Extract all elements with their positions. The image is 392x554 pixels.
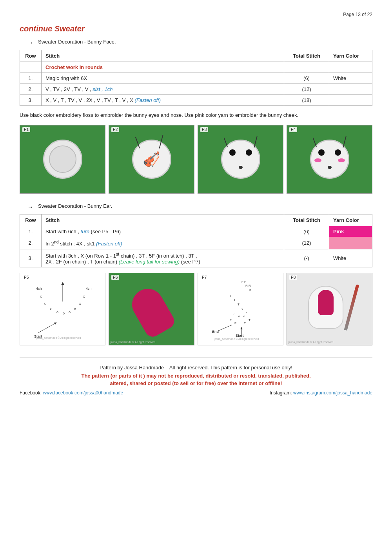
svg-text:End: End [212, 330, 219, 334]
facebook-link[interactable]: www.facebook.com/jossa00handmade [43, 390, 123, 396]
watermark-p8: jossa_handmade © All right reserved [289, 341, 334, 343]
eye-left-p4 [318, 149, 325, 156]
watermark-p6: jossa_handmade © All right reserved [111, 341, 156, 343]
th-stitch-2: Stitch [42, 214, 284, 226]
td-total-1: (6) [284, 73, 329, 84]
photos-row-face: P1 P2 🎻 P3 P4 [20, 125, 372, 194]
section2-arrow-label: Sweater Decoration - Bunny Ear. [38, 203, 112, 209]
photo-label-p8: P8 [289, 275, 297, 280]
svg-text:x: x [79, 302, 81, 305]
svg-text:x: x [50, 307, 52, 311]
eye-right-p4 [335, 149, 341, 156]
td-color-special [329, 62, 372, 73]
bunny-face-p3 [221, 140, 260, 179]
photo-label-p2: P2 [111, 127, 119, 132]
thread-p4 [312, 138, 316, 147]
turn-text: turn [81, 229, 89, 234]
th-color-1: Yarn Color [329, 50, 372, 62]
footer-line1: Pattern by Jossa Handmade – All right re… [20, 365, 372, 371]
svg-text:F: F [234, 322, 236, 325]
td-ear-total-1: (6) [284, 226, 329, 237]
photo-p5: P5 4ch x x x o o o x x x 4ch Start [20, 273, 105, 345]
footer-links: Facebook: www.facebook.com/jossa00handma… [20, 390, 372, 396]
svg-text:o: o [56, 310, 58, 314]
crochet-hook [344, 284, 359, 331]
page-title: continue Sweater [20, 24, 372, 33]
thread-p4-2 [343, 136, 347, 148]
td-ear-row-1: 1. [20, 226, 42, 237]
th-stitch-1: Stitch [42, 50, 284, 62]
svg-text:F F: F F [241, 280, 246, 283]
svg-text:x: x [83, 294, 85, 298]
svg-text:o: o [69, 310, 71, 314]
th-row-2: Row [20, 214, 42, 226]
table-row: 1. Start with 6ch , turn (see P5 - P6) (… [20, 226, 372, 237]
svg-text:R R: R R [245, 284, 251, 287]
svg-line-34 [218, 325, 232, 331]
table-row: 1. Magic ring with 6X (6) White [20, 73, 372, 84]
thread-p3 [223, 138, 227, 147]
td-color-1: White [329, 73, 372, 84]
photo-label-p4: P4 [289, 127, 297, 132]
italic-text: slst , 1ch [93, 86, 113, 92]
sup-st: st [116, 252, 119, 256]
photo-label-p7: P7 [200, 275, 208, 280]
instagram-link[interactable]: www.instagram.com/jossa_handmade [293, 390, 372, 396]
svg-text:T: T [230, 294, 232, 298]
td-row-3: 3. [20, 95, 42, 106]
thread-line [135, 137, 140, 149]
table-row: 3. Start with 3ch , X (on Row 1 - 1st ch… [20, 249, 372, 267]
section1-arrow-label: Sweater Decoration - Bunny Face. [38, 39, 116, 45]
pink-ear-shape [126, 283, 177, 340]
photo-label-p1: P1 [22, 127, 30, 132]
table-face: Row Stitch Total Stitch Yarn Color Croch… [20, 50, 372, 106]
svg-text:jossa_handmade © All right res: jossa_handmade © All right reserved [214, 338, 259, 341]
table-row: 3. X , V , T , TV , V , 2X , V , TV , T … [20, 95, 372, 106]
svg-text:4ch: 4ch [36, 287, 42, 291]
th-row-1: Row [20, 50, 42, 62]
svg-text:T: T [234, 298, 236, 302]
diagram-svg-p5: 4ch x x x o o o x x x 4ch Start [32, 278, 93, 341]
svg-line-11 [38, 323, 56, 333]
instagram-text: Instagram: [270, 390, 292, 396]
photo-label-p3: P3 [200, 127, 208, 132]
svg-text:T: T [249, 318, 250, 322]
svg-text:jossa_handmade © All right res: jossa_handmade © All right reserved [36, 336, 81, 340]
td-ear-color-3: White [329, 249, 372, 267]
td-row-2: 2. [20, 84, 42, 95]
svg-text:x: x [241, 307, 243, 311]
th-total-1: Total Stitch [284, 50, 329, 62]
footer-line2: The pattern (or parts of it ) may not be… [20, 373, 372, 379]
photos-row-ear: P5 4ch x x x o o o x x x 4ch Start [20, 273, 372, 345]
diagram-p7: F F R R F T T T x x o o o F F T T T Star… [201, 279, 280, 340]
inner-circle-p1 [49, 145, 76, 173]
photo-p7: P7 F F R R F T T T x x o o o F F T T T S… [198, 273, 283, 345]
svg-text:x: x [245, 311, 247, 314]
bunny-face-p2: 🎻 [132, 140, 171, 179]
arrow-icon: → [27, 39, 33, 46]
td-ear-row-2: 2. [20, 237, 42, 249]
td-color-3 [329, 95, 372, 106]
arrow-icon-2: → [27, 203, 33, 210]
svg-text:o: o [243, 314, 245, 318]
svg-marker-14 [61, 282, 64, 285]
table-row: 2. V , TV , 2V , TV , V , slst , 1ch (12… [20, 84, 372, 95]
svg-text:o: o [238, 314, 240, 318]
svg-text:T: T [239, 323, 241, 327]
photo-label-p6: P6 [111, 275, 119, 280]
td-ear-color-1: Pink [329, 226, 372, 237]
cheek-left [314, 158, 321, 162]
th-color-2: Yarn Color [329, 214, 372, 226]
footer: Pattern by Jossa Handmade – All right re… [20, 357, 372, 396]
diagram-p5: 4ch x x x o o o x x x 4ch Start [24, 279, 102, 340]
td-ear-total-3: (-) [284, 249, 329, 267]
fasten-off-2: (Fasten off) [96, 241, 122, 247]
table-row: 2. In 2nd stitch : 4X , sk1 (Fasten off)… [20, 237, 372, 249]
svg-text:x: x [40, 294, 42, 298]
photo-p6: P6 jossa_handmade © All right reserved [109, 273, 194, 345]
arrow-item-ear: → Sweater Decoration - Bunny Ear. [27, 203, 372, 210]
svg-text:T: T [238, 303, 240, 306]
leave-tail-text: (Leave long tail for sewing) [119, 259, 180, 265]
td-ear-stitch-3: Start with 3ch , X (on Row 1 - 1st chain… [42, 249, 284, 267]
description-face: Use black color embroidery floss to embr… [20, 111, 372, 120]
